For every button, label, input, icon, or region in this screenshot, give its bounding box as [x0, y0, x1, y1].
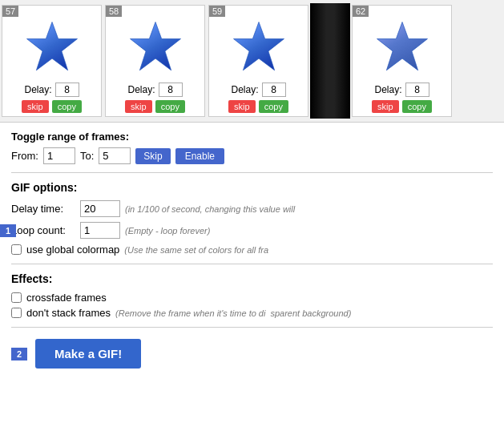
frame-star-62	[370, 15, 434, 79]
from-input[interactable]	[43, 147, 75, 164]
to-input[interactable]	[99, 147, 131, 164]
loop-count-label: Loop count:	[11, 224, 75, 236]
skip-button-58[interactable]: skip	[125, 100, 152, 113]
frame-star-58	[123, 15, 187, 79]
to-label: To:	[80, 150, 94, 162]
frame-star-57	[20, 15, 84, 79]
divider-3	[11, 327, 493, 328]
delay-time-hint: (in 1/100 of second, changing this value…	[125, 204, 295, 214]
frame-buttons-59: skip copy	[228, 100, 288, 113]
skip-button-57[interactable]: skip	[22, 100, 49, 113]
delay-label-62: Delay:	[374, 84, 401, 95]
frame-star-59	[227, 15, 291, 79]
copy-button-58[interactable]: copy	[155, 100, 185, 113]
no-stack-label: don't stack frames	[26, 307, 111, 319]
colormap-checkbox[interactable]	[11, 244, 22, 255]
frame-item-57: 57 Delay: skip copy	[2, 5, 102, 117]
frame-item-59: 59 Delay: skip copy	[208, 5, 308, 117]
delay-input-59[interactable]	[262, 83, 286, 97]
no-stack-hint: (Remove the frame when it's time to di	[115, 308, 265, 318]
gif-options-section: GIF options: Delay time: (in 1/100 of se…	[11, 181, 493, 256]
frame-buttons-57: skip copy	[22, 100, 82, 113]
effects-title: Effects:	[11, 272, 493, 285]
main-content: Toggle range of frames: From: To: Skip E…	[0, 123, 504, 377]
toggle-range-section: Toggle range of frames: From: To: Skip E…	[11, 131, 493, 164]
badge-1: 1	[0, 224, 16, 237]
delay-input-62[interactable]	[405, 83, 429, 97]
skip-range-button[interactable]: Skip	[135, 148, 170, 164]
no-stack-hint2: sparent background)	[270, 308, 351, 318]
delay-label-57: Delay:	[24, 84, 51, 95]
svg-marker-4	[377, 22, 427, 70]
svg-marker-0	[26, 22, 77, 70]
delay-time-label: Delay time:	[11, 203, 75, 215]
delay-time-input[interactable]	[80, 200, 120, 217]
copy-button-57[interactable]: copy	[52, 100, 82, 113]
copy-button-59[interactable]: copy	[259, 100, 288, 113]
loop-count-input[interactable]	[80, 222, 120, 239]
frame-item-58: 58 Delay: skip copy	[105, 5, 205, 117]
frame-buttons-58: skip copy	[125, 100, 185, 113]
loop-count-row: 1 Loop count: (Empty - loop forever)	[11, 222, 493, 239]
divider-1	[11, 172, 493, 173]
frame-delay-row-57: Delay:	[24, 83, 79, 97]
crossfade-label: crossfade frames	[26, 292, 107, 304]
loop-count-hint: (Empty - loop forever)	[125, 226, 210, 236]
frame-number-57: 57	[2, 6, 18, 17]
frame-buttons-62: skip copy	[372, 100, 432, 113]
frame-delay-row-62: Delay:	[374, 83, 429, 97]
svg-marker-1	[130, 22, 180, 70]
effects-section: Effects: crossfade frames don't stack fr…	[11, 272, 493, 319]
no-stack-row: don't stack frames (Remove the frame whe…	[11, 307, 493, 319]
frame-number-58: 58	[106, 6, 122, 17]
copy-button-62[interactable]: copy	[402, 100, 432, 113]
frames-strip: 57 Delay: skip copy 58	[0, 0, 504, 123]
delay-label-58: Delay:	[127, 84, 155, 95]
make-gif-section: 2 Make a GIF!	[11, 339, 493, 369]
badge-2: 2	[11, 348, 27, 360]
enable-button[interactable]: Enable	[175, 148, 224, 164]
gif-options-title: GIF options:	[11, 181, 493, 194]
frame-delay-row-58: Delay:	[127, 83, 182, 97]
frame-number-59: 59	[209, 6, 225, 17]
frame-item-62: 62 Delay: skip copy	[352, 5, 452, 117]
crossfade-row: crossfade frames	[11, 292, 493, 304]
colormap-hint: (Use the same set of colors for all fra	[124, 245, 268, 255]
make-gif-button[interactable]: Make a GIF!	[35, 339, 141, 369]
delay-time-row: Delay time: (in 1/100 of second, changin…	[11, 200, 493, 217]
svg-marker-2	[233, 22, 284, 70]
toggle-range-row: From: To: Skip Enable	[11, 147, 493, 164]
torn-frame-area	[310, 3, 350, 119]
colormap-row: use global colormap (Use the same set of…	[11, 244, 493, 256]
from-label: From:	[11, 150, 38, 162]
no-stack-checkbox[interactable]	[11, 308, 22, 318]
skip-button-62[interactable]: skip	[372, 100, 399, 113]
frame-number-62: 62	[353, 6, 369, 17]
colormap-label: use global colormap	[26, 244, 119, 256]
crossfade-checkbox[interactable]	[11, 292, 22, 303]
frame-delay-row-59: Delay:	[231, 83, 285, 97]
divider-2	[11, 264, 493, 264]
delay-input-57[interactable]	[55, 83, 79, 97]
toggle-range-title: Toggle range of frames:	[11, 131, 493, 143]
delay-label-59: Delay:	[231, 84, 258, 95]
skip-button-59[interactable]: skip	[228, 100, 256, 113]
delay-input-58[interactable]	[159, 83, 183, 97]
